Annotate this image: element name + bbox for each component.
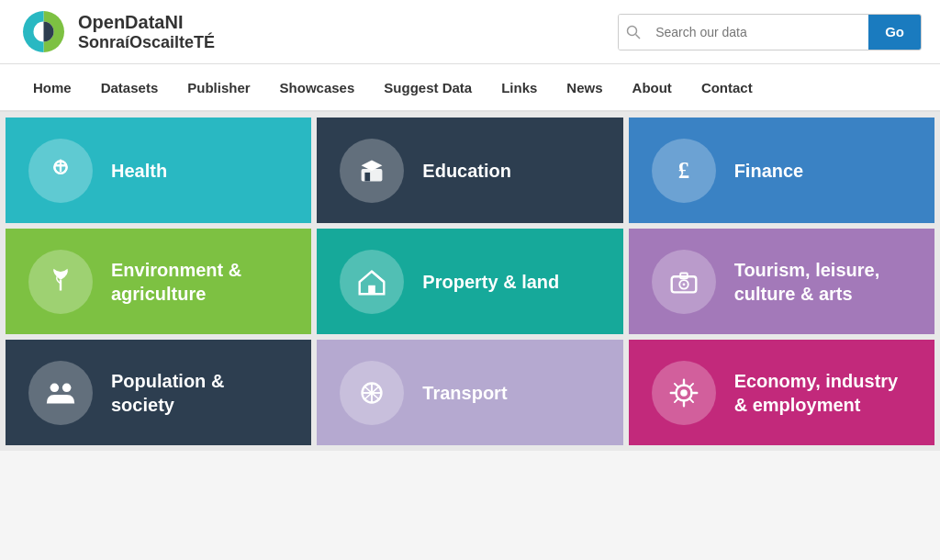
category-label-education: Education [422,159,511,183]
svg-text:£: £ [677,158,688,183]
category-tile-transport[interactable]: Transport [317,340,622,445]
category-tile-tourism[interactable]: Tourism, leisure, culture & arts [629,229,934,334]
nav-item-news[interactable]: News [552,65,617,110]
population-icon [28,361,93,425]
logo-area: OpenDataNI SonraíOscailteТÉ [18,6,215,57]
search-icon [619,15,648,50]
logo-line2: SonraíOscailteТÉ [78,33,215,52]
category-tile-health[interactable]: Health [6,118,311,223]
search-area: Go [618,14,922,50]
svg-rect-6 [362,169,383,181]
category-tile-environment[interactable]: Environment & agriculture [6,229,311,334]
nav-item-about[interactable]: About [618,65,687,110]
category-tile-property[interactable]: Property & land [317,229,622,334]
nav-item-home[interactable]: Home [18,65,86,110]
transport-icon [340,361,404,425]
logo-text: OpenDataNI SonraíOscailteТÉ [78,12,215,52]
education-icon [340,139,404,203]
nav-item-showcases[interactable]: Showcases [265,65,370,110]
tourism-icon [652,250,716,314]
category-tile-education[interactable]: Education [317,118,622,223]
svg-point-20 [680,389,688,397]
search-go-button[interactable]: Go [868,15,921,50]
finance-icon: £ [652,139,716,203]
property-icon [340,250,404,314]
economy-icon [652,361,716,425]
category-label-finance: Finance [734,159,804,183]
category-tile-finance[interactable]: £Finance [629,118,934,223]
svg-point-15 [62,383,72,392]
category-label-property: Property & land [422,270,559,294]
logo-line1: OpenDataNI [78,12,215,33]
svg-point-13 [682,283,685,286]
category-tile-economy[interactable]: Economy, industry & employment [629,340,934,445]
nav-item-suggest-data[interactable]: Suggest Data [369,65,487,110]
svg-line-3 [636,34,641,39]
svg-point-2 [628,26,637,35]
search-input[interactable] [648,15,868,50]
nav-item-contact[interactable]: Contact [687,65,767,110]
svg-point-14 [50,383,60,392]
nav-item-links[interactable]: Links [487,65,552,110]
category-tile-population[interactable]: Population & society [6,340,311,445]
health-icon [28,139,93,203]
nav-item-publisher[interactable]: Publisher [173,65,264,110]
main-nav: HomeDatasetsPublisherShowcasesSuggest Da… [0,64,940,112]
svg-rect-9 [369,285,376,294]
category-label-health: Health [111,159,167,183]
category-label-tourism: Tourism, leisure, culture & arts [734,258,912,306]
category-label-economy: Economy, industry & employment [734,369,912,417]
category-label-population: Population & society [111,369,288,417]
category-grid: HealthEducation£FinanceEnvironment & agr… [0,112,940,451]
svg-rect-7 [365,172,371,181]
page-header: OpenDataNI SonraíOscailteТÉ Go [0,0,940,64]
category-label-environment: Environment & agriculture [111,258,288,306]
logo-icon [18,6,69,57]
category-label-transport: Transport [422,381,507,405]
nav-item-datasets[interactable]: Datasets [86,65,173,110]
environment-icon [28,250,93,314]
